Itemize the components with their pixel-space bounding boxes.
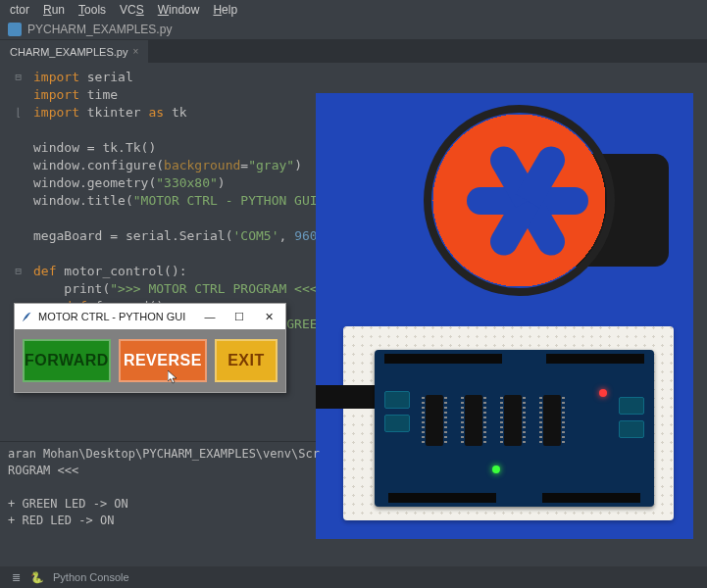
close-button[interactable]: ✕ — [254, 306, 283, 327]
editor-tabbar: CHARM_EXAMPLES.py × — [0, 40, 707, 63]
tk-window-title: MOTOR CTRL - PYTHON GUI — [38, 311, 195, 322]
motor-wheel-assembly — [424, 105, 649, 301]
breadcrumb: PYCHARM_EXAMPLES.py — [0, 20, 707, 40]
usb-cable — [316, 385, 382, 409]
reverse-button[interactable]: REVERSE — [119, 339, 207, 382]
status-bar: ≣ 🐍 Python Console — [0, 566, 707, 588]
menu-item-tools[interactable]: Tools — [78, 3, 106, 17]
wheel — [424, 105, 615, 296]
breadcrumb-file[interactable]: PYCHARM_EXAMPLES.py — [27, 23, 172, 36]
tab-pycharm-examples[interactable]: CHARM_EXAMPLES.py × — [0, 40, 149, 63]
tk-titlebar[interactable]: MOTOR CTRL - PYTHON GUI — ☐ ✕ — [15, 304, 285, 329]
menu-item-ctor[interactable]: ctor — [10, 3, 29, 17]
menu-item-run[interactable]: Run — [43, 3, 65, 17]
close-icon[interactable]: × — [132, 46, 138, 57]
maximize-button[interactable]: ☐ — [225, 306, 254, 327]
green-led — [492, 466, 500, 473]
menu-bar: ctor Run Tools VCS Window Help — [0, 0, 707, 20]
menu-item-window[interactable]: Window — [158, 3, 200, 17]
exit-button[interactable]: EXIT — [215, 339, 278, 382]
python-file-icon — [8, 23, 22, 36]
python-console-label[interactable]: Python Console — [53, 571, 129, 583]
run-output-panel[interactable]: aran Mohan\Desktop\PYCHARM_EXAMPLES\venv… — [0, 441, 316, 559]
tk-feather-icon — [21, 311, 33, 323]
red-led — [599, 389, 607, 397]
tkinter-window[interactable]: MOTOR CTRL - PYTHON GUI — ☐ ✕ FORWARD RE… — [14, 303, 286, 393]
terminal-icon[interactable]: ≣ — [10, 571, 22, 583]
menu-item-help[interactable]: Help — [213, 3, 237, 17]
forward-button[interactable]: FORWARD — [23, 339, 111, 382]
python-console-icon[interactable]: 🐍 — [31, 571, 43, 583]
motor-shield-pcb: DK Electronics — [375, 350, 654, 507]
tab-label: CHARM_EXAMPLES.py — [10, 46, 127, 58]
menu-item-vcs[interactable]: VCS — [120, 3, 144, 17]
cursor-icon — [168, 370, 177, 384]
tk-body: FORWARD REVERSE EXIT — [15, 329, 285, 392]
minimize-button[interactable]: — — [195, 306, 225, 327]
hardware-photo: DK Electronics — [316, 93, 693, 539]
